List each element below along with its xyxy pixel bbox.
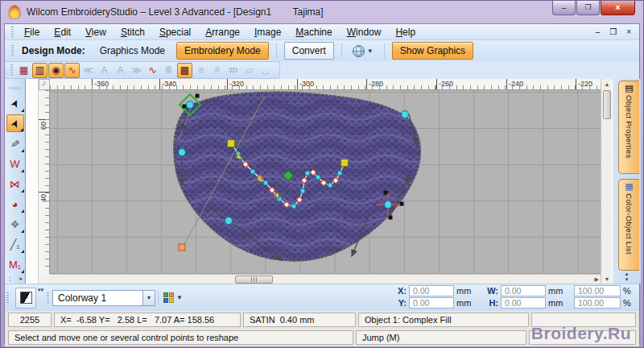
horizontal-scrollbar[interactable]: ▶ [50,274,601,284]
tatami-fill-icon[interactable]: ▥ [32,63,47,78]
control-point-curve[interactable] [250,169,255,174]
menu-item[interactable]: View [78,25,114,39]
lettering-tool[interactable]: W [6,155,24,172]
embroidery-design[interactable] [50,90,601,274]
flexi-split-icon[interactable]: ≫ [129,63,144,78]
chevron-down-icon[interactable]: ▼ [367,48,374,55]
mdi-minimize-icon[interactable]: – [596,28,601,36]
mdi-close-icon[interactable]: × [626,28,631,36]
menu-item[interactable]: Special [152,25,198,39]
selection-handle[interactable] [183,105,187,109]
control-point-curve[interactable] [291,204,296,209]
column-stitch-icon[interactable]: Ⅲ [161,63,176,78]
wave-effect-icon[interactable]: ∿ [145,63,160,78]
selection-handle[interactable] [400,202,404,206]
lines-effect-icon[interactable]: ≡ [193,63,208,78]
reshape-node[interactable] [179,149,186,156]
scroll-down-icon[interactable]: ▼ [601,274,613,284]
texture-fill-icon[interactable]: ▩ [177,63,192,78]
control-point-curve[interactable] [305,171,310,176]
toolbar-overflow-chevron[interactable]: ▾▾ [38,284,43,293]
vertical-scroll-thumb[interactable] [603,90,611,119]
tab-object-properties[interactable]: ▤ Object Properties [618,81,639,174]
toolbox-expander[interactable]: ⋮▸ [5,276,25,282]
selection-handle[interactable] [389,216,393,220]
design-canvas[interactable] [50,90,601,274]
titlebar[interactable]: Wilcom EmbroideryStudio – Level 3 Advanc… [1,1,643,23]
end-point-marker[interactable] [179,244,185,251]
scale-x-field[interactable]: 100.00 [574,285,621,296]
vertical-scrollbar[interactable]: ▲ ▼ [601,79,612,284]
line-tool[interactable]: ╱₁ [6,235,24,253]
reshape-tool[interactable]: ➤ [6,114,24,132]
close-button[interactable]: × [601,1,635,15]
zigzag-stitch-icon[interactable]: ≪ [80,63,96,78]
menu-item[interactable]: Stitch [114,25,152,39]
reshape-object-tool[interactable]: ❖ [6,215,24,233]
knife-tool[interactable]: ✎ [6,135,24,152]
restore-button[interactable]: ❐ [576,1,600,15]
menu-item[interactable]: File [17,25,47,39]
scroll-up-icon[interactable]: ▲ [601,79,613,89]
grip[interactable] [47,292,49,304]
ruler-origin-button[interactable]: ┘ [39,79,50,90]
closed-object-tool[interactable]: ⋈ [6,175,24,193]
reshape-node[interactable] [385,201,392,209]
horizontal-ruler[interactable]: -360-340-320-300-280-260-240-220 [50,79,601,90]
hatch-effect-icon[interactable]: # [209,63,225,78]
control-point-curve[interactable] [316,175,320,180]
applique-b-icon[interactable]: A [113,63,128,78]
control-point-curve[interactable] [337,171,342,176]
applique-a-icon[interactable]: A [97,63,112,78]
y-field[interactable]: 0.00 [409,297,454,309]
panel-scroll-arrows[interactable]: ▴ ▾ [613,271,641,283]
motif-fill-icon[interactable]: ◉ [48,63,64,78]
convert-button[interactable]: Convert [284,42,334,60]
show-graphics-button[interactable]: Show Graphics [392,42,473,60]
vertical-ruler[interactable]: 6040 [39,90,50,274]
menubar-grip[interactable] [11,27,14,38]
reshape-node[interactable] [402,111,409,118]
menu-item[interactable]: Image [247,25,288,39]
horizontal-scroll-thumb[interactable] [235,276,273,284]
3d-effect-icon[interactable]: 3D [225,63,241,78]
selection-handle[interactable] [384,191,388,195]
tab-color-object-list[interactable]: ▦ Color-Object List [618,179,639,271]
stitch-toolbar-grip[interactable] [10,64,13,76]
w-field[interactable]: 0.00 [501,285,546,296]
control-point-curve[interactable] [328,183,332,188]
colorway-grip[interactable] [6,292,9,304]
menu-item[interactable]: Help [388,25,423,39]
reshape-node[interactable] [187,102,194,109]
menu-item[interactable]: Machine [288,25,339,39]
run-stitch-icon[interactable]: ▦ [16,63,31,78]
chevron-down-icon[interactable]: ▼ [142,291,155,305]
polyline-tool[interactable]: M₁ [6,255,24,273]
x-field[interactable]: 0.00 [409,285,454,296]
hoop-globe-button[interactable]: ▼ [349,44,377,59]
envelope-effect-icon[interactable]: ▱ [242,63,257,78]
toolbox-grip[interactable] [10,87,21,89]
satin-stitch-icon[interactable]: ∿ [64,63,80,78]
menu-item[interactable]: Window [340,25,389,39]
reshape-node[interactable] [225,218,233,225]
h-field[interactable]: 0.00 [501,297,546,309]
ellipse-tool[interactable]: ◕ [6,195,24,213]
modebar-grip[interactable] [11,45,14,56]
scale-y-field[interactable]: 100.00 [574,297,621,309]
embroidery-mode-button[interactable]: Embroidery Mode [176,42,269,60]
chevron-down-icon[interactable]: ▼ [176,294,183,301]
colorway-select[interactable]: Colorway 1 ▼ [52,290,155,306]
basket-effect-icon[interactable]: ◡ [258,63,273,78]
control-point-curve[interactable] [263,180,268,185]
control-point-curve[interactable] [300,188,305,193]
menu-item[interactable]: Edit [47,25,78,39]
thread-colors-icon[interactable] [163,292,174,303]
scroll-right-icon[interactable]: ▶ [595,276,599,283]
mdi-restore-icon[interactable]: ❐ [609,28,617,36]
minimize-button[interactable]: – [552,1,576,15]
design-thumbnail-button[interactable] [15,288,36,309]
graphics-mode-button[interactable]: Graphics Mode [93,43,171,59]
stitch-angle-handle[interactable] [228,140,235,147]
stitch-angle-handle[interactable] [341,160,349,167]
